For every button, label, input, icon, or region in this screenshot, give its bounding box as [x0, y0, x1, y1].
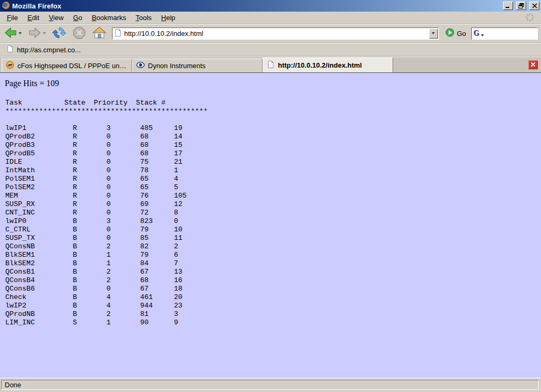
- tab-strip: cFos Highspeed DSL / PPPoE und ISDN CAP.…: [0, 57, 541, 73]
- url-bar: [112, 27, 439, 40]
- throbber-icon: [525, 13, 535, 22]
- search-input[interactable]: [484, 29, 536, 38]
- forward-arrow-icon: [28, 26, 42, 41]
- task-table: Task State Priority Stack # ************…: [5, 99, 541, 327]
- go-button[interactable]: Go: [442, 28, 471, 39]
- bookmark-label: http://as.cmpnet.co...: [17, 46, 81, 54]
- minimize-button[interactable]: [503, 2, 513, 10]
- bookmark-page-icon: [6, 45, 14, 54]
- reload-icon: [52, 26, 66, 41]
- titlebar: Mozilla Firefox: [0, 0, 541, 12]
- stop-button[interactable]: [71, 25, 88, 42]
- status-text: Done: [5, 381, 21, 389]
- bookmark-item[interactable]: http://as.cmpnet.co...: [3, 44, 84, 55]
- search-box: G: [471, 27, 538, 40]
- tab-page-icon: [267, 60, 275, 70]
- reload-button[interactable]: [51, 25, 68, 42]
- tab-cfos[interactable]: cFos Highspeed DSL / PPPoE und ISDN CAP.…: [2, 59, 132, 72]
- back-button[interactable]: [2, 25, 23, 42]
- menu-tools[interactable]: Tools: [131, 12, 156, 23]
- menubar: File Edit View Go Bookmarks Tools Help: [0, 12, 541, 24]
- go-label: Go: [457, 30, 466, 38]
- back-dropdown-icon: [18, 32, 22, 34]
- close-button[interactable]: [529, 2, 539, 10]
- tab-label: Dynon Instruments: [148, 62, 206, 70]
- cfos-icon: [6, 61, 14, 71]
- tab-dynon[interactable]: Dynon Instruments: [132, 59, 263, 72]
- page-icon: [114, 29, 122, 39]
- window-title: Mozilla Firefox: [12, 2, 61, 10]
- go-icon: [445, 28, 454, 39]
- forward-dropdown-icon: [43, 32, 46, 34]
- url-dropdown-icon: [432, 32, 435, 34]
- forward-button[interactable]: [26, 25, 48, 42]
- menu-bookmarks[interactable]: Bookmarks: [87, 12, 131, 23]
- page-content: Page Hits = 109 Task State Priority Stac…: [0, 73, 541, 378]
- url-input[interactable]: [122, 29, 429, 38]
- google-icon: G: [473, 30, 479, 37]
- firefox-icon: [2, 1, 10, 11]
- menu-go[interactable]: Go: [68, 12, 87, 23]
- bookmarks-toolbar: http://as.cmpnet.co...: [0, 43, 541, 57]
- browser-window: Mozilla Firefox File Edit View Go Bookma…: [0, 0, 541, 392]
- stop-icon: [72, 26, 86, 41]
- menu-help[interactable]: Help: [156, 12, 180, 23]
- home-button[interactable]: [91, 25, 108, 42]
- back-arrow-icon: [4, 26, 17, 41]
- close-tab-button[interactable]: [528, 60, 538, 69]
- home-icon: [92, 26, 106, 41]
- menu-edit[interactable]: Edit: [23, 12, 44, 23]
- tab-active-index-page[interactable]: http://10.0.10.2/index.html: [263, 58, 393, 72]
- search-engine-dropdown-icon[interactable]: [481, 34, 484, 36]
- tab-label: cFos Highspeed DSL / PPPoE und ISDN CAP.…: [17, 62, 128, 70]
- page-hits-text: Page Hits = 109: [5, 79, 541, 88]
- status-bar: Done: [0, 378, 541, 392]
- menu-file[interactable]: File: [2, 12, 23, 23]
- url-dropdown-button[interactable]: [429, 29, 438, 39]
- navigation-toolbar: Go G: [0, 24, 541, 43]
- restore-button[interactable]: [516, 2, 526, 10]
- menu-view[interactable]: View: [44, 12, 68, 23]
- dynon-icon: [136, 61, 145, 71]
- tab-label: http://10.0.10.2/index.html: [278, 61, 362, 69]
- status-field: Done: [1, 380, 539, 390]
